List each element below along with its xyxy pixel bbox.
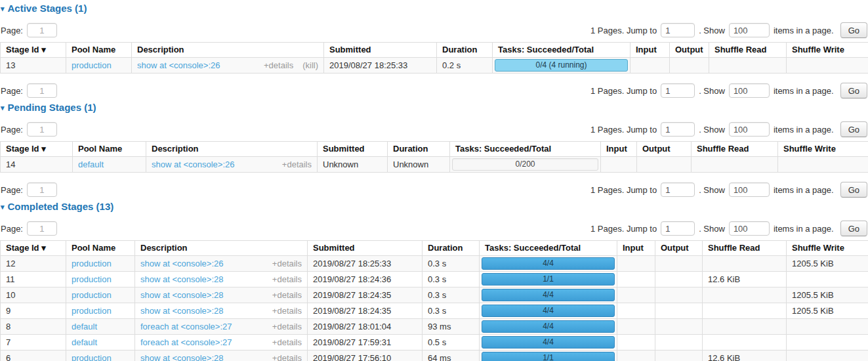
items-per-page-input[interactable] xyxy=(729,83,770,98)
page-number-input[interactable] xyxy=(27,83,57,98)
description-link[interactable]: show at <console>:26 xyxy=(152,160,234,169)
tasks-cell: 4/4 xyxy=(480,303,617,319)
jump-to-page-input[interactable] xyxy=(661,83,695,98)
section-header[interactable]: ▾Completed Stages (13) xyxy=(1,202,868,213)
description-link[interactable]: foreach at <console>:27 xyxy=(140,322,232,331)
description-link[interactable]: show at <console>:28 xyxy=(140,275,223,284)
page-number-input[interactable] xyxy=(27,221,57,236)
sort-descending-icon: ▾ xyxy=(41,243,46,253)
column-header-description[interactable]: Description xyxy=(146,142,318,157)
jump-to-page-input[interactable] xyxy=(661,122,695,137)
column-header-pool-name[interactable]: Pool Name xyxy=(66,43,132,58)
items-per-page-input[interactable] xyxy=(729,23,770,37)
description-link[interactable]: show at <console>:26 xyxy=(137,61,220,70)
column-header-shuffle-read[interactable]: Shuffle Read xyxy=(703,241,787,256)
items-per-page-input[interactable] xyxy=(729,221,770,236)
pool-name-link[interactable]: default xyxy=(78,159,104,169)
page-number-input[interactable] xyxy=(27,182,57,197)
section-header[interactable]: ▾Pending Stages (1) xyxy=(1,102,868,114)
column-header-pool-name[interactable]: Pool Name xyxy=(66,241,135,256)
details-toggle-link[interactable]: +details xyxy=(272,275,302,284)
stage-section: ▾Completed Stages (13) Page: 1 Pages. Ju… xyxy=(0,202,868,361)
go-button[interactable]: Go xyxy=(840,22,867,38)
pool-name-link[interactable]: production xyxy=(72,353,112,361)
column-header-label: Duration xyxy=(442,45,477,54)
column-header-label: Tasks: Succeeded/Total xyxy=(455,144,551,154)
column-header-shuffle-write[interactable]: Shuffle Write xyxy=(778,142,868,157)
details-toggle-link[interactable]: +details xyxy=(272,354,302,361)
shuffle-write-cell xyxy=(787,350,868,361)
pagination-bottom: Page: 1 Pages. Jump to . Show items in a… xyxy=(1,181,867,198)
column-header-input[interactable]: Input xyxy=(630,43,670,58)
items-per-page-input[interactable] xyxy=(729,182,770,197)
details-toggle-link[interactable]: +details xyxy=(272,307,302,316)
pool-name-link[interactable]: production xyxy=(72,60,112,70)
pool-name-link[interactable]: production xyxy=(72,290,112,300)
column-header-input[interactable]: Input xyxy=(617,241,655,256)
details-toggle-link[interactable]: +details xyxy=(272,259,302,268)
column-header-shuffle-write[interactable]: Shuffle Write xyxy=(787,241,868,256)
column-header-label: Shuffle Read xyxy=(714,45,766,54)
column-header-stage-id[interactable]: Stage Id ▾ xyxy=(1,43,66,58)
column-header-label: Input xyxy=(636,45,657,54)
details-toggle-link[interactable]: +details xyxy=(272,338,302,347)
go-button[interactable]: Go xyxy=(840,121,867,137)
column-header-input[interactable]: Input xyxy=(601,142,637,157)
column-header-shuffle-read[interactable]: Shuffle Read xyxy=(692,142,778,157)
description-link[interactable]: show at <console>:28 xyxy=(140,307,223,316)
items-per-page-input[interactable] xyxy=(729,122,770,137)
description-link[interactable]: show at <console>:28 xyxy=(140,291,223,300)
column-header-shuffle-read[interactable]: Shuffle Read xyxy=(709,43,787,58)
column-header-description[interactable]: Description xyxy=(132,43,324,58)
kill-stage-link[interactable]: (kill) xyxy=(302,61,318,70)
description-link[interactable]: show at <console>:28 xyxy=(140,354,223,361)
section-header[interactable]: ▾Active Stages (1) xyxy=(1,3,868,14)
column-header-tasks[interactable]: Tasks: Succeeded/Total xyxy=(450,142,601,157)
page-number-input[interactable] xyxy=(27,122,57,137)
description-link[interactable]: show at <console>:26 xyxy=(140,259,223,268)
section-title: Pending Stages (1) xyxy=(8,102,96,113)
go-button[interactable]: Go xyxy=(840,221,867,236)
description-link[interactable]: foreach at <console>:27 xyxy=(140,338,232,347)
stage-id-cell: 7 xyxy=(1,335,66,350)
column-header-stage-id[interactable]: Stage Id ▾ xyxy=(1,241,66,256)
column-header-description[interactable]: Description xyxy=(135,241,308,256)
details-toggle-link[interactable]: +details xyxy=(282,160,312,169)
go-button[interactable]: Go xyxy=(840,83,867,98)
column-header-tasks[interactable]: Tasks: Succeeded/Total xyxy=(493,43,630,58)
column-header-label: Input xyxy=(623,243,644,253)
column-header-output[interactable]: Output xyxy=(655,241,703,256)
column-header-tasks[interactable]: Tasks: Succeeded/Total xyxy=(480,241,617,256)
pool-name-link[interactable]: default xyxy=(72,322,97,331)
jump-to-page-input[interactable] xyxy=(661,221,695,236)
jump-to-page-input[interactable] xyxy=(661,182,695,197)
column-header-submitted[interactable]: Submitted xyxy=(324,43,437,58)
pool-name-link[interactable]: production xyxy=(72,306,112,316)
column-header-duration[interactable]: Duration xyxy=(437,43,493,58)
shuffle-read-cell xyxy=(703,287,787,303)
input-cell xyxy=(617,287,655,303)
jump-to-page-input[interactable] xyxy=(661,23,695,37)
column-header-shuffle-write[interactable]: Shuffle Write xyxy=(787,43,868,58)
input-cell xyxy=(617,335,655,350)
pool-name-link[interactable]: production xyxy=(72,259,112,268)
page-label: Page: xyxy=(1,125,23,135)
go-button[interactable]: Go xyxy=(840,182,867,198)
details-toggle-link[interactable]: +details xyxy=(272,322,302,331)
column-header-duration[interactable]: Duration xyxy=(423,241,480,256)
output-cell xyxy=(655,303,703,319)
input-cell xyxy=(617,319,655,335)
column-header-duration[interactable]: Duration xyxy=(388,142,450,157)
column-header-submitted[interactable]: Submitted xyxy=(318,142,388,157)
pool-name-link[interactable]: default xyxy=(72,337,97,347)
details-toggle-link[interactable]: +details xyxy=(264,61,293,70)
details-toggle-link[interactable]: +details xyxy=(272,291,302,300)
column-header-output[interactable]: Output xyxy=(670,43,709,58)
column-header-pool-name[interactable]: Pool Name xyxy=(73,142,146,157)
page-number-input[interactable] xyxy=(27,23,57,37)
pool-name-link[interactable]: production xyxy=(72,274,112,284)
column-header-submitted[interactable]: Submitted xyxy=(308,241,423,256)
column-header-output[interactable]: Output xyxy=(637,142,692,157)
pool-name-cell: default xyxy=(66,335,135,350)
column-header-stage-id[interactable]: Stage Id ▾ xyxy=(1,142,73,157)
